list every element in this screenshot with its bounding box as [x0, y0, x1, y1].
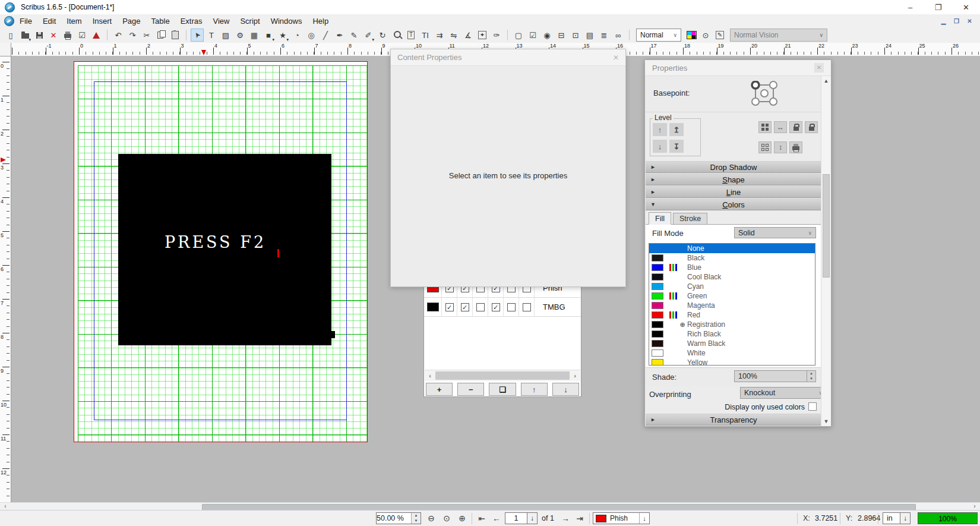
lower-layer-button[interactable]: ↓: [552, 383, 579, 396]
properties-scroll-thumb[interactable]: [823, 174, 830, 278]
color-registration[interactable]: ⊕Registration: [649, 320, 815, 329]
zoom-out-icon[interactable]: ⊖: [424, 512, 438, 524]
color-white[interactable]: White: [649, 348, 815, 358]
copy-item-properties-icon[interactable]: ✦: [476, 29, 489, 42]
mdi-restore-button[interactable]: ❐: [951, 16, 962, 26]
color-red[interactable]: Red: [649, 310, 815, 320]
layers-horizontal-scrollbar[interactable]: ‹ ›: [425, 370, 580, 381]
menu-windows[interactable]: Windows: [265, 15, 308, 27]
add-layer-button[interactable]: +: [426, 383, 453, 396]
lock-item-icon[interactable]: [789, 121, 802, 133]
layer-checkbox[interactable]: [492, 303, 500, 311]
scroll-left-icon[interactable]: ‹: [425, 372, 435, 379]
insert-image-frame-icon[interactable]: ▨: [219, 29, 232, 42]
scroll-up-icon[interactable]: ▲: [821, 76, 831, 86]
insert-shape-icon[interactable]: ■▾: [262, 29, 275, 42]
zoom-spinner[interactable]: ▲▼: [411, 513, 421, 524]
flip-horizontal-icon[interactable]: ↔: [774, 121, 787, 133]
page[interactable]: PRESS F2: [74, 61, 368, 442]
color-cool-black[interactable]: Cool Black: [649, 272, 815, 282]
pdf-radio-button-icon[interactable]: ◉: [540, 29, 554, 42]
pdf-list-box-icon[interactable]: ▤: [583, 29, 596, 42]
unlink-text-frames-icon[interactable]: ⇋: [447, 29, 460, 42]
mdi-close-button[interactable]: ✕: [964, 16, 975, 26]
insert-table-icon[interactable]: ▦: [248, 29, 261, 42]
document-window-icon[interactable]: [4, 16, 14, 26]
page-dropdown-icon[interactable]: ↓: [527, 512, 538, 524]
pdf-text-field-icon[interactable]: ⊟: [555, 29, 568, 42]
menu-help[interactable]: Help: [307, 15, 334, 27]
vertical-ruler[interactable]: 0123456789101112: [0, 56, 11, 502]
text-frame[interactable]: PRESS F2: [118, 154, 331, 345]
menu-item[interactable]: Item: [61, 15, 87, 27]
menu-table[interactable]: Table: [146, 15, 175, 27]
document-view-mode-select[interactable]: Normal∨: [636, 29, 681, 42]
pdf-link-annotation-icon[interactable]: ∞: [612, 29, 625, 42]
toggle-color-management-icon[interactable]: [685, 29, 698, 42]
layer-checkbox[interactable]: [461, 303, 469, 311]
close-document-icon[interactable]: ✕: [47, 29, 60, 42]
color-yellow[interactable]: Yellow: [649, 358, 815, 366]
save-document-icon[interactable]: [33, 29, 46, 42]
zoom-level-spinbox[interactable]: 50.00 % ▲▼: [376, 512, 421, 524]
insert-polygon-icon[interactable]: ★▾: [276, 29, 289, 42]
close-icon[interactable]: ✕: [814, 63, 824, 73]
menu-file[interactable]: File: [14, 15, 37, 27]
next-page-icon[interactable]: →: [558, 512, 573, 524]
tab-fill[interactable]: Fill: [649, 212, 671, 225]
flip-vertical-icon[interactable]: ↕: [774, 141, 787, 153]
shade-spinbox[interactable]: 100% ▲▼: [734, 370, 816, 382]
new-document-icon[interactable]: ▯: [4, 29, 17, 42]
select-item-icon[interactable]: ➤: [191, 29, 204, 42]
properties-scrollbar[interactable]: ▲ ▼: [821, 76, 831, 426]
color-green[interactable]: Green: [649, 291, 815, 301]
enable-printing-icon[interactable]: [789, 141, 802, 153]
section-shape[interactable]: ►Shape: [646, 174, 821, 185]
window-minimize-button[interactable]: –: [896, 0, 924, 14]
content-properties-titlebar[interactable]: Content Properties ✕: [391, 49, 625, 66]
raise-level-icon[interactable]: ↑: [653, 123, 667, 136]
raise-to-top-icon[interactable]: ↥: [669, 123, 684, 136]
toggle-preview-mode-icon[interactable]: ⊙: [699, 29, 712, 42]
color-warm-black[interactable]: Warm Black: [649, 339, 815, 348]
layer-dropdown-icon[interactable]: ↓: [639, 513, 649, 524]
pdf-push-button-icon[interactable]: ▢: [512, 29, 525, 42]
color-none[interactable]: None: [649, 244, 815, 253]
raise-layer-button[interactable]: ↑: [521, 383, 548, 396]
layers-scroll-thumb[interactable]: [435, 371, 570, 380]
copy-icon[interactable]: [154, 29, 167, 42]
scroll-right-icon[interactable]: ›: [570, 372, 580, 379]
insert-text-frame-icon[interactable]: T: [205, 29, 218, 42]
selection-handle[interactable]: [327, 331, 335, 338]
undo-icon[interactable]: ↶: [112, 29, 125, 42]
ruler-origin-corner[interactable]: [0, 43, 11, 56]
insert-spiral-icon[interactable]: ◎: [305, 29, 318, 42]
menu-view[interactable]: View: [207, 15, 235, 27]
insert-line-icon[interactable]: ╱: [319, 29, 332, 42]
link-text-frames-icon[interactable]: ⇉: [433, 29, 446, 42]
basepoint-widget[interactable]: [751, 81, 778, 109]
duplicate-layer-button[interactable]: ❏: [489, 383, 516, 396]
layer-checkbox[interactable]: [445, 303, 454, 311]
layer-checkbox[interactable]: [476, 303, 485, 311]
menu-edit[interactable]: Edit: [37, 15, 61, 27]
menu-insert[interactable]: Insert: [87, 15, 118, 27]
layer-row-tmbg[interactable]: TMBG: [424, 297, 581, 317]
page-number-field[interactable]: 1: [505, 512, 527, 524]
lock-size-icon[interactable]: [805, 121, 818, 133]
zoom-100-icon[interactable]: ⊙: [440, 512, 454, 524]
section-line[interactable]: ►Line: [646, 186, 821, 198]
close-icon[interactable]: ✕: [613, 53, 619, 62]
save-as-pdf-icon[interactable]: [90, 29, 103, 42]
color-black[interactable]: Black: [649, 253, 815, 263]
pdf-check-box-icon[interactable]: ☑: [526, 29, 539, 42]
insert-render-frame-icon[interactable]: ⚙: [233, 29, 246, 42]
overprinting-select[interactable]: Knockout ∨: [740, 387, 827, 399]
lower-to-bottom-icon[interactable]: ↧: [669, 140, 684, 153]
group-items-icon[interactable]: [758, 121, 772, 133]
menu-script[interactable]: Script: [235, 15, 265, 27]
insert-arc-icon[interactable]: ◔: [290, 29, 304, 42]
layer-checkbox[interactable]: [507, 303, 516, 311]
section-colors[interactable]: ▼Colors: [646, 199, 821, 210]
print-document-icon[interactable]: [61, 29, 74, 42]
